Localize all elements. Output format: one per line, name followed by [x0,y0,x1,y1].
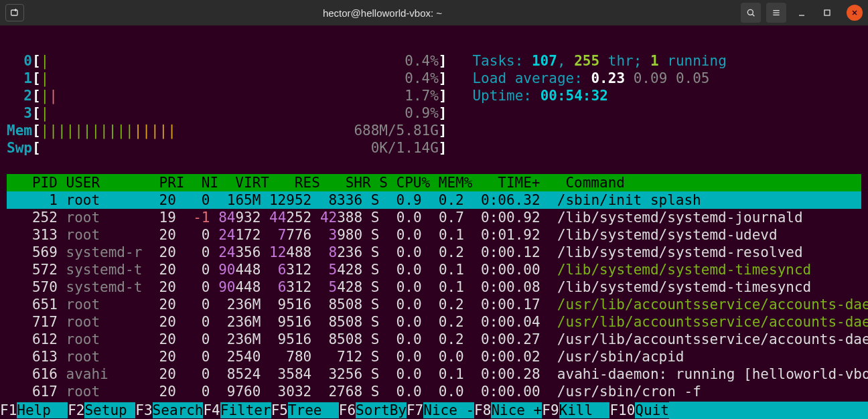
maximize-button[interactable] [817,3,837,23]
titlebar: hector@helloworld-vbox: ~ [0,0,868,25]
fkey-action[interactable]: Setup [84,402,135,418]
fkey-label: F1 [0,402,17,418]
fkey-action[interactable]: Filter [220,402,271,418]
fkey-action[interactable]: Quit [635,402,669,418]
process-row[interactable]: 613 root 20 0 2540 780 712 S 0.0 0.0 0:0… [7,349,684,365]
process-row[interactable]: 717 root 20 0 236M 9516 8508 S 0.0 0.2 0… [7,314,868,330]
swp-label: Swp [7,140,32,156]
close-icon [851,9,859,17]
process-row[interactable]: 313 root 20 0 24172 7776 3980 S 0.0 0.1 … [7,227,778,243]
cpu-label: 3 [23,105,32,121]
fkey-label: F2 [68,402,84,418]
uptime-label: Uptime: [472,88,540,104]
cpu-label: 0 [23,53,32,69]
fkey-label: F10 [609,402,635,418]
fkey-action[interactable]: Nice - [423,402,474,418]
fkey-label: F7 [407,402,423,418]
new-tab-icon [9,7,20,18]
fkey-label: F3 [135,402,152,418]
process-header[interactable]: PID USER PRI NI VIRT RES SHR S CPU% MEM%… [7,174,861,191]
svg-rect-9 [824,10,830,15]
fkey-action[interactable]: Kill [559,402,610,418]
maximize-icon [822,7,833,18]
fkey-action[interactable]: Nice + [491,402,542,418]
minimize-icon [796,7,807,18]
process-row[interactable]: 616 avahi 20 0 8524 3584 3256 S 0.0 0.1 … [7,366,868,382]
process-row[interactable]: 570 systemd-t 20 0 90448 6312 5428 S 0.0… [7,279,811,295]
process-row[interactable]: 651 root 20 0 236M 9516 8508 S 0.0 0.2 0… [7,297,868,313]
cpu-label: 2 [23,88,32,104]
window-title: hector@helloworld-vbox: ~ [24,7,741,19]
fkey-label: F9 [542,402,559,418]
process-row[interactable]: 612 root 20 0 236M 9516 8508 S 0.0 0.2 0… [7,331,868,347]
menu-button[interactable] [766,3,786,23]
footer-bar: F1Help F2Setup F3SearchF4FilterF5Tree F6… [0,402,868,419]
search-icon [745,7,756,18]
load-label: Load average: [472,70,591,86]
svg-point-3 [747,9,753,15]
fkey-label: F4 [203,402,220,418]
tasks-label: Tasks: [472,53,532,69]
process-row[interactable]: 617 root 20 0 9760 3032 2768 S 0.0 0.0 0… [7,384,701,400]
svg-line-4 [752,14,754,16]
fkey-action[interactable]: Tree [288,402,339,418]
cpu-label: 1 [23,70,32,86]
fkey-action[interactable]: Search [153,402,204,418]
process-row[interactable]: 252 root 19 -1 84932 44252 42388 S 0.0 0… [7,210,803,226]
fkey-label: F8 [474,402,491,418]
minimize-button[interactable] [792,3,812,23]
process-row[interactable]: 572 systemd-t 20 0 90448 6312 5428 S 0.0… [7,262,811,278]
fkey-label: F6 [339,402,356,418]
search-button[interactable] [741,3,761,23]
close-button[interactable] [847,5,863,21]
mem-label: Mem [7,122,32,139]
fkey-label: F5 [271,402,288,418]
terminal-content[interactable]: 0[| 0.4%] Tasks: 107, 255 thr; 1 running… [0,25,868,400]
fkey-action[interactable]: SortBy [356,402,407,418]
svg-rect-0 [11,10,17,15]
process-row[interactable]: 569 systemd-r 20 0 24356 12488 8236 S 0.… [7,244,803,260]
process-row-selected[interactable]: 1 root 20 0 165M 12952 8336 S 0.9 0.2 0:… [7,191,861,209]
hamburger-icon [771,7,782,18]
footer-fill [669,402,868,419]
fkey-action[interactable]: Help [17,402,68,418]
new-tab-button[interactable] [5,4,24,21]
